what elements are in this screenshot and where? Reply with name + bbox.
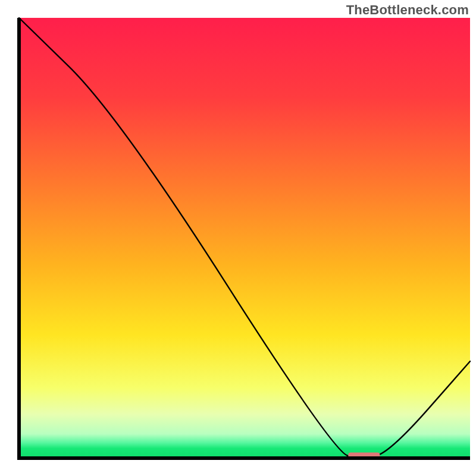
plot-background: [19, 18, 470, 458]
chart-container: { "watermark": "TheBottleneck.com", "cha…: [0, 0, 476, 476]
bottleneck-chart: [0, 0, 476, 476]
